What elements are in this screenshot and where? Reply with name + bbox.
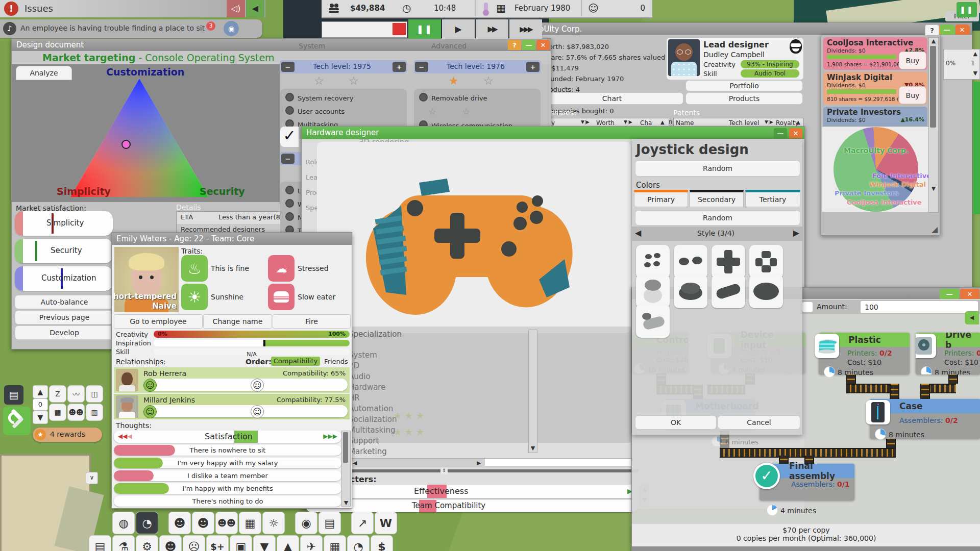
- order-tab-compatibility[interactable]: Compatibility: [271, 357, 320, 366]
- resize-handle-icon[interactable]: ◢: [932, 224, 938, 234]
- build-wrench-button[interactable]: [3, 407, 31, 435]
- layers-button[interactable]: ▤: [4, 385, 23, 405]
- secondary-color-tab[interactable]: Secondary: [690, 190, 744, 207]
- tool-room-button[interactable]: ◫: [86, 385, 103, 403]
- radio-icon[interactable]: [285, 93, 294, 102]
- radio-icon[interactable]: [419, 93, 428, 102]
- scroll-left-icon[interactable]: ◀: [353, 460, 357, 466]
- feature-star-icon[interactable]: ☆: [428, 106, 436, 117]
- toolbar-distribution[interactable]: ▣: [230, 535, 252, 551]
- toolbar-world-dark[interactable]: ◔: [136, 512, 158, 534]
- tech-star-icon[interactable]: ★: [449, 74, 459, 87]
- fastest-button[interactable]: ▶▶▶: [509, 19, 542, 39]
- feature-item[interactable]: User accounts: [285, 105, 407, 118]
- radio-icon[interactable]: [285, 106, 294, 115]
- style-pill-button[interactable]: [712, 274, 745, 308]
- mute-button[interactable]: ◁): [227, 0, 245, 17]
- buy-button[interactable]: Buy: [899, 52, 926, 69]
- close-button[interactable]: ✕: [789, 128, 802, 138]
- fire-button[interactable]: Fire: [273, 314, 351, 329]
- help-button[interactable]: ?: [925, 24, 939, 36]
- toolbar-import[interactable]: ▼: [253, 535, 276, 551]
- auto-balance-button[interactable]: Auto-balance: [15, 295, 114, 309]
- style-buttons-2[interactable]: [674, 245, 707, 279]
- market-triangle[interactable]: [70, 79, 208, 197]
- splitter[interactable]: ⇕: [302, 469, 639, 472]
- relation-slider[interactable]: ☺ ☺: [143, 405, 348, 417]
- toolbar-growth[interactable]: ↗: [351, 512, 374, 534]
- style-dpad-split[interactable]: [749, 245, 783, 279]
- macroulty-titlebar[interactable]: MacroUlty Corp.: [516, 23, 972, 35]
- skills-hscrollbar[interactable]: ◀ ▶: [351, 458, 632, 467]
- tech-minus-button[interactable]: −: [281, 62, 295, 72]
- smiley-knob-icon[interactable]: ☺: [251, 379, 264, 392]
- sort-icon[interactable]: ▼|▶: [624, 119, 632, 124]
- minimize-button[interactable]: —: [522, 40, 535, 50]
- toolbar-salary[interactable]: $+: [206, 535, 229, 551]
- feature-item[interactable]: Removable drive: [419, 92, 541, 105]
- scroll-right-icon[interactable]: ▶: [477, 460, 481, 466]
- node-drive-bay[interactable]: Drive b Printers: 0/2 Cost: $10 8 minute…: [916, 333, 980, 374]
- stop-block[interactable]: [393, 23, 406, 35]
- order-tab-friends[interactable]: Friends: [324, 358, 348, 365]
- toolbar-mood[interactable]: ☹: [183, 535, 205, 551]
- sort-icon[interactable]: ▼|▶: [765, 119, 773, 124]
- toolbar-export[interactable]: ▲: [277, 535, 299, 551]
- toolbar-publisher[interactable]: ✈: [300, 535, 323, 551]
- tool-furniture-button[interactable]: ▦: [49, 404, 66, 421]
- toolbar-contracts[interactable]: ▤: [89, 535, 111, 551]
- buy-button[interactable]: Buy: [899, 86, 926, 104]
- develop-button[interactable]: Develop: [15, 325, 114, 340]
- go-to-employee-button[interactable]: Go to employee: [114, 314, 203, 329]
- close-button[interactable]: ✕: [536, 40, 550, 50]
- interface-check-tab[interactable]: ✓: [280, 127, 299, 147]
- portfolio-button[interactable]: Portfolio: [685, 80, 803, 91]
- toolbar-stats[interactable]: W: [375, 512, 397, 534]
- radio-icon[interactable]: [285, 199, 294, 208]
- scroll-up-icon[interactable]: ▲: [660, 119, 665, 125]
- close-button[interactable]: ✕: [955, 24, 969, 35]
- toolbar-retirement[interactable]: ☻: [159, 535, 182, 551]
- close-button[interactable]: ✕: [960, 289, 979, 299]
- fast-forward-button[interactable]: ▶▶: [476, 19, 508, 39]
- next-icons[interactable]: ▶▶▶: [323, 433, 337, 440]
- tech-star-icon[interactable]: ☆: [314, 74, 324, 87]
- toolbar-accounting[interactable]: ▦: [324, 535, 346, 551]
- toolbar-research[interactable]: ⚗: [112, 535, 135, 551]
- team-compatibility-row[interactable]: Team Compatibility: [306, 500, 638, 512]
- sort-icon[interactable]: ▼|▶: [581, 119, 590, 124]
- tool-staff-button[interactable]: ☻☻: [67, 404, 85, 421]
- tech-plus-button[interactable]: +: [393, 62, 406, 72]
- side-tab[interactable]: ◀: [965, 311, 979, 324]
- skills-vscrollbar[interactable]: ▼: [528, 330, 537, 453]
- toolbar-schedule[interactable]: ▤: [318, 512, 341, 534]
- relationship-row[interactable]: Millard Jenkins Compatibility: 77.5% ☺ ☺: [114, 394, 350, 419]
- col-techlevel[interactable]: Tech level: [729, 119, 759, 127]
- minimize-button[interactable]: —: [774, 128, 787, 138]
- tech-star-icon[interactable]: ☆: [349, 74, 359, 87]
- analyze-tab[interactable]: Analyze: [16, 66, 72, 80]
- collapse-issues-button[interactable]: ◀: [246, 0, 264, 17]
- style-next-icon[interactable]: ▶: [793, 228, 799, 238]
- notification-bar[interactable]: ♪ An employee is having trouble finding …: [0, 19, 262, 38]
- spinner-up-icon[interactable]: ▲: [973, 51, 977, 57]
- chart-button[interactable]: Chart: [541, 92, 683, 105]
- ok-button[interactable]: OK: [635, 415, 717, 430]
- previous-page-button[interactable]: Previous page: [15, 310, 114, 324]
- smiley-knob-icon[interactable]: ☺: [251, 405, 264, 418]
- products-button[interactable]: Products: [685, 92, 803, 105]
- stock-scrollbar[interactable]: ▲ ▼: [928, 37, 939, 213]
- toolbar-reports[interactable]: ◔: [347, 535, 370, 551]
- spinner-up-button[interactable]: ▲: [33, 385, 48, 398]
- controller-preview[interactable]: [317, 142, 631, 333]
- tertiary-color-tab[interactable]: Tertiary: [745, 190, 800, 207]
- radio-icon[interactable]: [285, 186, 294, 194]
- node-plastic[interactable]: Plastic Printers: 0/2 Cost: $10 8 minute…: [819, 333, 910, 374]
- amount-checkbox[interactable]: [802, 302, 813, 312]
- minimize-button[interactable]: —: [940, 289, 959, 299]
- effectiveness-row[interactable]: ◀◀ Effectiveness ▶: [306, 485, 638, 498]
- node-case[interactable]: Case Assemblers: 0/2 8 minutes: [870, 399, 980, 439]
- toolbar-web[interactable]: ◉: [295, 512, 317, 534]
- tech-minus-button[interactable]: −: [281, 154, 295, 164]
- tool-path-button[interactable]: 〰: [67, 385, 85, 403]
